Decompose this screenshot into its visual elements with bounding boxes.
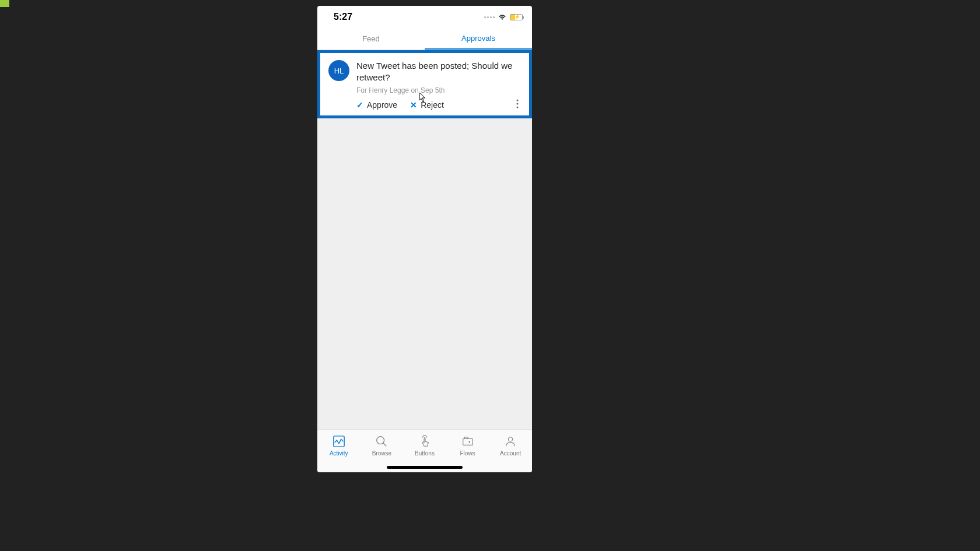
- phone-frame: 5:27 ⚡ Feed Approvals HL New Twe: [317, 6, 532, 472]
- approve-button[interactable]: ✓ Approve: [356, 100, 397, 110]
- svg-rect-7: [464, 437, 468, 439]
- svg-point-2: [517, 107, 519, 108]
- nav-activity-label: Activity: [330, 450, 348, 457]
- more-options-button[interactable]: [516, 99, 519, 110]
- tab-approvals[interactable]: Approvals: [425, 28, 532, 50]
- tap-icon: [418, 434, 432, 448]
- content-area: HL New Tweet has been posted; Should we …: [317, 50, 532, 429]
- flows-icon: [461, 434, 475, 448]
- battery-icon: ⚡: [510, 14, 523, 20]
- status-time: 5:27: [334, 12, 352, 22]
- wifi-icon: [498, 13, 507, 20]
- home-indicator[interactable]: [387, 466, 463, 469]
- approval-meta: For Henry Legge on Sep 5th: [356, 86, 521, 94]
- decorative-strip: [0, 0, 9, 7]
- top-tabs: Feed Approvals: [317, 28, 532, 50]
- approval-title: New Tweet has been posted; Should we ret…: [356, 60, 521, 84]
- nav-account-label: Account: [500, 450, 521, 457]
- nav-flows[interactable]: Flows: [450, 434, 485, 457]
- search-icon: [374, 434, 388, 448]
- nav-buttons[interactable]: Buttons: [407, 434, 442, 457]
- nav-activity[interactable]: Activity: [321, 434, 356, 457]
- svg-point-8: [468, 441, 470, 443]
- tab-feed[interactable]: Feed: [317, 28, 425, 50]
- x-icon: ✕: [410, 100, 417, 110]
- status-bar: 5:27 ⚡: [317, 6, 532, 28]
- reject-button[interactable]: ✕ Reject: [410, 100, 444, 110]
- check-icon: ✓: [356, 100, 363, 110]
- reject-label: Reject: [421, 100, 444, 110]
- svg-rect-6: [463, 438, 473, 445]
- svg-line-5: [383, 443, 387, 447]
- kebab-icon: [516, 99, 519, 108]
- nav-browse-label: Browse: [372, 450, 391, 457]
- approve-label: Approve: [367, 100, 397, 110]
- approval-card[interactable]: HL New Tweet has been posted; Should we …: [317, 50, 532, 118]
- bottom-nav: Activity Browse Buttons Flows Account: [317, 429, 532, 472]
- nav-flows-label: Flows: [460, 450, 475, 457]
- account-icon: [503, 434, 517, 448]
- nav-account[interactable]: Account: [493, 434, 528, 457]
- nav-buttons-label: Buttons: [415, 450, 435, 457]
- svg-point-1: [517, 103, 519, 105]
- cellular-icon: [484, 16, 495, 18]
- avatar: HL: [328, 60, 349, 81]
- svg-point-9: [509, 437, 513, 441]
- svg-point-0: [517, 100, 519, 101]
- nav-browse[interactable]: Browse: [364, 434, 399, 457]
- status-indicators: ⚡: [484, 13, 523, 20]
- activity-icon: [332, 434, 346, 448]
- svg-point-4: [377, 437, 384, 444]
